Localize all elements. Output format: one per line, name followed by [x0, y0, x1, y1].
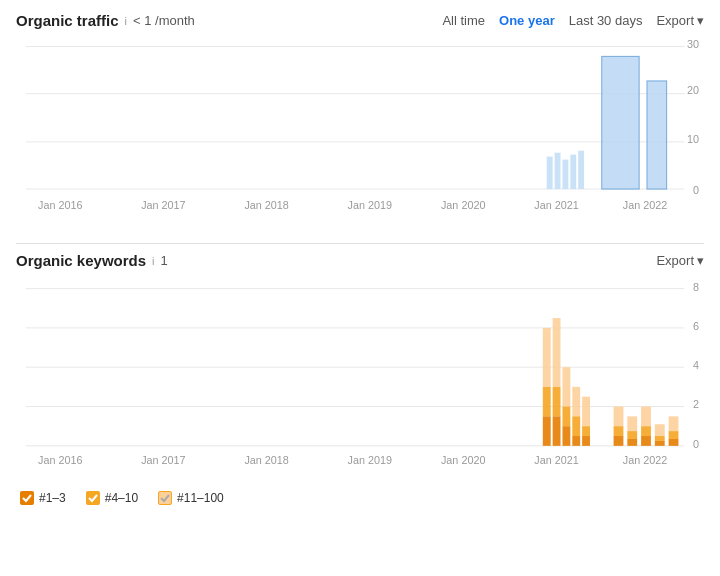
legend-label-4-10: #4–10 [105, 491, 138, 505]
organic-keywords-header: Organic keywords i 1 Export ▾ [16, 252, 704, 269]
svg-rect-55 [614, 426, 624, 436]
legend-checkbox-11-100 [158, 491, 172, 505]
legend-checkbox-4-10 [86, 491, 100, 505]
svg-rect-47 [562, 426, 570, 446]
checkmark-icon-4-10 [87, 492, 99, 504]
svg-rect-17 [562, 160, 568, 189]
svg-rect-61 [641, 426, 651, 436]
info-icon[interactable]: i [125, 15, 127, 27]
svg-rect-56 [614, 436, 624, 446]
keywords-legend: #1–3 #4–10 #11–100 [16, 491, 704, 505]
svg-text:Jan 2021: Jan 2021 [534, 454, 578, 466]
legend-item-1-3[interactable]: #1–3 [20, 491, 66, 505]
svg-text:Jan 2019: Jan 2019 [348, 199, 392, 211]
time-filters: All time One year Last 30 days Export ▾ [442, 13, 704, 28]
svg-rect-20 [602, 56, 639, 189]
svg-text:Jan 2018: Jan 2018 [244, 199, 288, 211]
keywords-title-group: Organic keywords i 1 [16, 252, 168, 269]
export-chevron-icon: ▾ [697, 13, 704, 28]
svg-text:6: 6 [693, 320, 699, 332]
keywords-chart-svg: 8 6 4 2 0 Jan 2016 Jan 2017 Jan 2018 Jan… [16, 275, 704, 485]
section-divider [16, 243, 704, 244]
svg-text:30: 30 [687, 39, 699, 51]
svg-rect-65 [655, 441, 665, 446]
svg-text:10: 10 [687, 133, 699, 145]
keywords-export-button[interactable]: Export ▾ [656, 253, 704, 268]
svg-rect-58 [627, 431, 637, 439]
keywords-export-area: Export ▾ [656, 253, 704, 268]
svg-rect-18 [570, 155, 576, 189]
svg-text:Jan 2019: Jan 2019 [348, 454, 392, 466]
svg-rect-57 [627, 416, 637, 431]
svg-rect-68 [669, 439, 679, 446]
svg-rect-39 [543, 328, 551, 387]
svg-rect-41 [543, 416, 551, 445]
svg-text:2: 2 [693, 399, 699, 411]
svg-rect-44 [553, 416, 561, 445]
svg-text:Jan 2020: Jan 2020 [441, 454, 485, 466]
svg-text:Jan 2020: Jan 2020 [441, 199, 485, 211]
svg-text:Jan 2018: Jan 2018 [244, 454, 288, 466]
svg-rect-53 [582, 436, 590, 446]
filter-last-30-days[interactable]: Last 30 days [569, 13, 643, 28]
svg-rect-64 [655, 436, 665, 441]
svg-rect-42 [553, 318, 561, 387]
svg-rect-50 [572, 436, 580, 446]
svg-rect-48 [572, 387, 580, 416]
organic-traffic-title: Organic traffic [16, 12, 119, 29]
legend-item-4-10[interactable]: #4–10 [86, 491, 138, 505]
keywords-info-icon[interactable]: i [152, 255, 154, 267]
svg-rect-19 [578, 151, 584, 189]
svg-rect-67 [669, 431, 679, 439]
traffic-export-button[interactable]: Export ▾ [656, 13, 704, 28]
svg-rect-40 [543, 387, 551, 416]
keywords-export-chevron-icon: ▾ [697, 253, 704, 268]
svg-rect-51 [582, 397, 590, 426]
checkmark-icon-1-3 [21, 492, 33, 504]
svg-rect-52 [582, 426, 590, 436]
svg-text:Jan 2016: Jan 2016 [38, 199, 82, 211]
svg-rect-63 [655, 424, 665, 436]
traffic-metric: < 1 /month [133, 13, 195, 28]
svg-rect-59 [627, 439, 637, 446]
svg-text:Jan 2017: Jan 2017 [141, 454, 185, 466]
svg-text:Jan 2022: Jan 2022 [623, 199, 667, 211]
svg-rect-16 [555, 153, 561, 189]
checkmark-icon-11-100 [159, 492, 171, 504]
organic-traffic-chart: 30 20 10 0 Jan 2016 Jan 2017 Jan 2018 Ja… [16, 35, 704, 235]
svg-rect-21 [647, 81, 667, 189]
svg-rect-60 [641, 407, 651, 427]
legend-checkbox-1-3 [20, 491, 34, 505]
svg-rect-15 [547, 157, 553, 189]
svg-text:Jan 2016: Jan 2016 [38, 454, 82, 466]
svg-text:0: 0 [693, 184, 699, 196]
svg-text:Jan 2021: Jan 2021 [534, 199, 578, 211]
keywords-metric: 1 [161, 253, 168, 268]
svg-text:0: 0 [693, 438, 699, 450]
svg-text:20: 20 [687, 84, 699, 96]
title-group: Organic traffic i < 1 /month [16, 12, 195, 29]
svg-text:4: 4 [693, 359, 699, 371]
svg-rect-54 [614, 407, 624, 427]
legend-label-11-100: #11–100 [177, 491, 224, 505]
svg-rect-45 [562, 367, 570, 406]
svg-rect-62 [641, 436, 651, 446]
svg-rect-49 [572, 416, 580, 436]
filter-all-time[interactable]: All time [442, 13, 485, 28]
organic-keywords-chart: 8 6 4 2 0 Jan 2016 Jan 2017 Jan 2018 Jan… [16, 275, 704, 485]
svg-text:8: 8 [693, 281, 699, 293]
svg-text:Jan 2022: Jan 2022 [623, 454, 667, 466]
organic-keywords-title: Organic keywords [16, 252, 146, 269]
legend-label-1-3: #1–3 [39, 491, 66, 505]
svg-rect-46 [562, 407, 570, 427]
organic-traffic-header: Organic traffic i < 1 /month All time On… [16, 12, 704, 29]
svg-rect-66 [669, 416, 679, 431]
svg-rect-43 [553, 387, 561, 416]
svg-text:Jan 2017: Jan 2017 [141, 199, 185, 211]
traffic-chart-svg: 30 20 10 0 Jan 2016 Jan 2017 Jan 2018 Ja… [16, 35, 704, 235]
filter-one-year[interactable]: One year [499, 13, 555, 28]
legend-item-11-100[interactable]: #11–100 [158, 491, 224, 505]
